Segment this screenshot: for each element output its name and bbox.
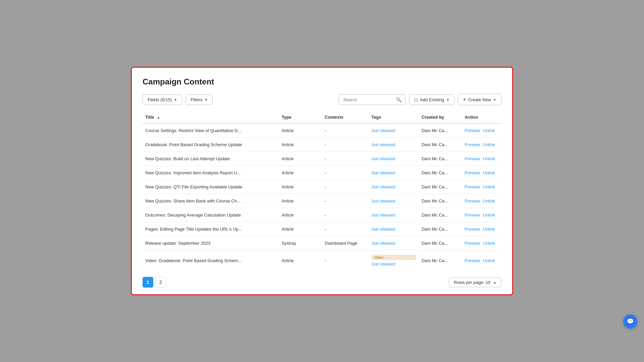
cell-tags: Just released (369, 180, 419, 194)
table-row: Course Settings: Restrict View of Quanti… (143, 123, 501, 138)
table-row: New Quizzes: Build on Last Attempt Updat… (143, 152, 501, 166)
pagination-bar: 1 2 Rows per page: 10 ▲ (143, 277, 501, 288)
page-buttons: 1 2 (143, 277, 166, 288)
unlink-link[interactable]: Unlink (483, 213, 495, 218)
preview-link[interactable]: Preview (465, 258, 480, 263)
cell-created-by: Dani Mc Ca... (419, 208, 462, 222)
cell-type: Article (279, 138, 322, 152)
toolbar: Fields (6/15) ▼ Filters ▼ 🔍 ◻ Add Existi… (143, 94, 501, 105)
preview-link[interactable]: Preview (465, 128, 480, 133)
preview-link[interactable]: Preview (465, 184, 480, 189)
page-2-button[interactable]: 2 (155, 277, 166, 288)
fields-label: Fields (6/15) (148, 97, 172, 102)
search-box[interactable]: 🔍 (339, 94, 406, 105)
preview-link[interactable]: Preview (465, 156, 480, 161)
cell-action: PreviewUnlink (462, 138, 501, 152)
cell-contexts: - (322, 180, 369, 194)
table-header: Title ▲ Type Contexts Tags Created by Ac… (143, 111, 501, 123)
cell-contexts: - (322, 123, 369, 138)
cell-type: Article (279, 194, 322, 208)
col-contexts: Contexts (322, 111, 369, 123)
campaign-content-panel: Campaign Content Fields (6/15) ▼ Filters… (131, 67, 513, 295)
cell-type: Article (279, 250, 322, 271)
chevron-down-icon: ▼ (174, 98, 177, 102)
cell-type: Article (279, 180, 322, 194)
table-row: Release update: September 2023SystrayDas… (143, 236, 501, 250)
cell-title: Release update: September 2023 (143, 236, 279, 250)
cell-action: PreviewUnlink (462, 208, 501, 222)
col-created-by: Created by (419, 111, 462, 123)
cell-action: PreviewUnlink (462, 222, 501, 236)
cell-type: Systray (279, 236, 322, 250)
cell-action: PreviewUnlink (462, 152, 501, 166)
cell-tags: Just released (369, 194, 419, 208)
cell-contexts: - (322, 222, 369, 236)
cell-tags: Just released (369, 166, 419, 180)
cell-created-by: Dani Mc Ca... (419, 138, 462, 152)
cell-tags: VideoJust released (369, 250, 419, 271)
chat-icon: 💬 (627, 318, 634, 325)
unlink-link[interactable]: Unlink (483, 258, 495, 263)
filters-label: Filters (191, 97, 202, 102)
support-bubble[interactable]: 💬 (623, 314, 637, 328)
table-row: Outcomes: Decaying Average Calculation U… (143, 208, 501, 222)
cell-action: PreviewUnlink (462, 250, 501, 271)
chevron-down-icon: ▼ (205, 98, 208, 102)
add-existing-label: Add Existing (420, 97, 444, 102)
filters-dropdown[interactable]: Filters ▼ (185, 95, 213, 105)
col-tags: Tags (369, 111, 419, 123)
cell-created-by: Dani Mc Ca... (419, 166, 462, 180)
rows-per-page-selector[interactable]: Rows per page: 10 ▲ (449, 278, 501, 287)
unlink-link[interactable]: Unlink (483, 198, 495, 203)
cell-type: Article (279, 152, 322, 166)
unlink-link[interactable]: Unlink (483, 142, 495, 147)
unlink-link[interactable]: Unlink (483, 227, 495, 232)
table-row: Gradebook: Point Based Grading Scheme Up… (143, 138, 501, 152)
preview-link[interactable]: Preview (465, 170, 480, 175)
cell-title: Outcomes: Decaying Average Calculation U… (143, 208, 279, 222)
table-row: New Quizzes: Improved Item Analysis Repo… (143, 166, 501, 180)
unlink-link[interactable]: Unlink (483, 128, 495, 133)
cell-tags: Just released (369, 236, 419, 250)
cell-tags: Just released (369, 138, 419, 152)
cell-created-by: Dani Mc Ca... (419, 236, 462, 250)
preview-link[interactable]: Preview (465, 198, 480, 203)
preview-link[interactable]: Preview (465, 241, 480, 246)
cell-action: PreviewUnlink (462, 180, 501, 194)
unlink-link[interactable]: Unlink (483, 241, 495, 246)
cell-title: Gradebook: Point Based Grading Scheme Up… (143, 138, 279, 152)
cell-contexts: - (322, 138, 369, 152)
toolbar-left: Fields (6/15) ▼ Filters ▼ (143, 95, 335, 105)
tag-just-released: Just released (371, 128, 416, 133)
cell-tags: Just released (369, 152, 419, 166)
page-title: Campaign Content (143, 77, 501, 86)
cell-contexts: Dashboard Page (322, 236, 369, 250)
cell-contexts: - (322, 250, 369, 271)
add-existing-button[interactable]: ◻ Add Existing ▼ (409, 95, 454, 105)
toolbar-right: 🔍 ◻ Add Existing ▼ + Create New ▼ (339, 94, 501, 105)
fields-dropdown[interactable]: Fields (6/15) ▼ (143, 95, 182, 105)
preview-link[interactable]: Preview (465, 142, 480, 147)
cell-title: New Quizzes: Build on Last Attempt Updat… (143, 152, 279, 166)
preview-link[interactable]: Preview (465, 227, 480, 232)
unlink-link[interactable]: Unlink (483, 170, 495, 175)
table-row: Video: Gradebook: Point Based Grading Sc… (143, 250, 501, 271)
cell-created-by: Dani Mc Ca... (419, 222, 462, 236)
tag-just-released: Just released (371, 185, 416, 189)
tag-just-released: Just released (371, 157, 416, 161)
page-1-button[interactable]: 1 (143, 277, 153, 288)
unlink-link[interactable]: Unlink (483, 184, 495, 189)
cell-tags: Just released (369, 222, 419, 236)
create-new-button[interactable]: + Create New ▼ (458, 94, 501, 105)
box-icon: ◻ (414, 97, 418, 102)
search-input[interactable] (343, 97, 393, 102)
cell-created-by: Dani Mc Ca... (419, 194, 462, 208)
cell-title: New Quizzes: Improved Item Analysis Repo… (143, 166, 279, 180)
preview-link[interactable]: Preview (465, 213, 480, 218)
chevron-down-icon: ▼ (493, 98, 496, 102)
cell-title: Course Settings: Restrict View of Quanti… (143, 123, 279, 138)
cell-contexts: - (322, 166, 369, 180)
rows-per-page-label: Rows per page: 10 (454, 280, 490, 285)
unlink-link[interactable]: Unlink (483, 156, 495, 161)
table-row: New Quizzes: Share Item Bank with Course… (143, 194, 501, 208)
